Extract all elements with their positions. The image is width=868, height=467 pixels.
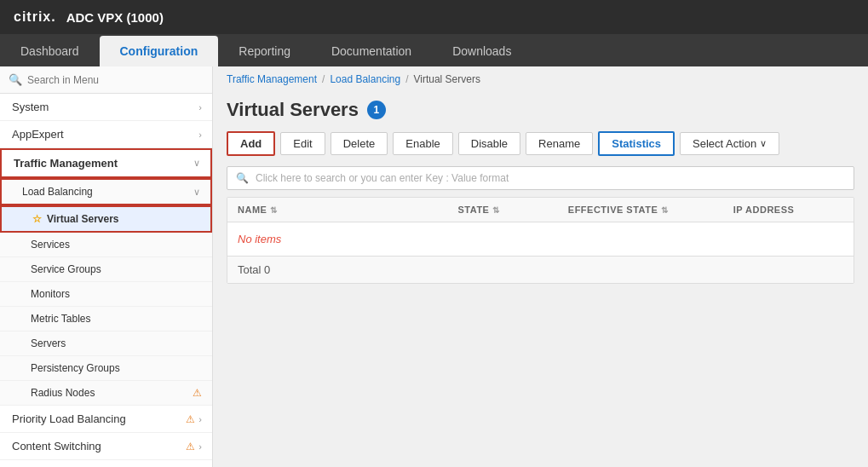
sort-icon: ⇅ [270, 205, 278, 215]
breadcrumb-load-balancing[interactable]: Load Balancing [330, 73, 400, 85]
citrix-wordmark: citrix. [14, 9, 56, 25]
breadcrumb-separator: / [322, 73, 325, 85]
sidebar-item-content-switching[interactable]: Content Switching ⚠ › [0, 433, 212, 460]
toolbar: Add Edit Delete Enable Disable Rename St… [213, 124, 868, 163]
search-input[interactable] [27, 74, 204, 86]
tab-configuration[interactable]: Configuration [100, 36, 219, 66]
select-action-button[interactable]: Select Action ∨ [680, 132, 779, 155]
warning-icon: ⚠ [193, 387, 202, 399]
app-title: ADC VPX (1000) [66, 10, 164, 25]
content-area: Traffic Management / Load Balancing / Vi… [213, 66, 868, 467]
sidebar-item-priority-load-balancing[interactable]: Priority Load Balancing ⚠ › [0, 406, 212, 433]
sidebar-item-system[interactable]: System › [0, 94, 212, 121]
breadcrumb-traffic-management[interactable]: Traffic Management [227, 73, 317, 85]
content-search-bar[interactable]: 🔍 Click here to search or you can enter … [227, 166, 854, 190]
top-header: citrix. ADC VPX (1000) [0, 0, 868, 34]
breadcrumb-separator: / [405, 73, 408, 85]
tab-dashboard[interactable]: Dashboard [0, 36, 100, 66]
column-state: STATE ⇅ [458, 205, 568, 215]
sidebar-item-virtual-servers[interactable]: ☆ Virtual Servers [0, 205, 212, 233]
search-placeholder-text: Click here to search or you can enter Ke… [256, 172, 509, 184]
add-button[interactable]: Add [227, 131, 275, 156]
chevron-right-icon: › [198, 441, 202, 452]
sidebar-item-monitors[interactable]: Monitors [0, 282, 212, 307]
sidebar-search-box[interactable]: 🔍 [0, 66, 212, 94]
page-header: Virtual Servers 1 [213, 92, 868, 124]
chevron-right-icon: › [198, 130, 202, 140]
warning-icon: ⚠ [186, 441, 195, 453]
edit-button[interactable]: Edit [280, 132, 325, 155]
sidebar-item-metric-tables[interactable]: Metric Tables [0, 307, 212, 332]
delete-button[interactable]: Delete [331, 132, 388, 155]
sort-icon: ⇅ [661, 205, 669, 215]
sidebar-item-label: Service Groups [31, 263, 101, 275]
sidebar-item-label: Persistency Groups [31, 362, 120, 374]
sidebar-item-services[interactable]: Services [0, 233, 212, 257]
sidebar-item-label: AppExpert [12, 128, 64, 141]
sidebar-item-label: Priority Load Balancing [12, 412, 126, 425]
sidebar-item-appexpert[interactable]: AppExpert › [0, 121, 212, 148]
sidebar: 🔍 System › AppExpert › Traffic Managemen… [0, 66, 213, 467]
total-label: Total [238, 263, 261, 276]
sort-icon: ⇅ [492, 205, 500, 215]
rename-button[interactable]: Rename [526, 132, 593, 155]
sidebar-item-radius-nodes[interactable]: Radius Nodes ⚠ [0, 381, 212, 406]
breadcrumb-current: Virtual Servers [413, 73, 480, 85]
chevron-right-icon: › [198, 102, 202, 112]
sidebar-item-label: Servers [31, 337, 66, 349]
main-layout: 🔍 System › AppExpert › Traffic Managemen… [0, 66, 868, 467]
count-badge: 1 [367, 101, 386, 119]
sidebar-item-label: Content Switching [12, 440, 101, 453]
table-footer: Total 0 [227, 256, 854, 283]
sidebar-item-label: Load Balancing [22, 186, 93, 198]
citrix-logo: citrix. [14, 9, 56, 25]
page-title: Virtual Servers [227, 99, 359, 121]
sidebar-item-traffic-management[interactable]: Traffic Management ∨ [0, 148, 212, 178]
sidebar-item-label: Services [31, 239, 70, 251]
tab-reporting[interactable]: Reporting [218, 36, 311, 66]
nav-tabs: Dashboard Configuration Reporting Docume… [0, 34, 868, 66]
table-header: NAME ⇅ STATE ⇅ EFFECTIVE STATE ⇅ IP ADDR… [227, 198, 854, 222]
column-ip-address: IP ADDRESS [733, 205, 843, 215]
sidebar-item-label: Metric Tables [31, 313, 90, 325]
total-count-value: 0 [264, 263, 270, 276]
select-action-label: Select Action [693, 137, 756, 150]
warning-icon: ⚠ [186, 413, 195, 425]
chevron-down-icon: ∨ [760, 138, 767, 149]
enable-button[interactable]: Enable [393, 132, 452, 155]
disable-button[interactable]: Disable [458, 132, 520, 155]
search-icon: 🔍 [9, 73, 22, 86]
statistics-button[interactable]: Statistics [598, 131, 675, 156]
search-icon: 🔍 [236, 172, 249, 184]
data-table: NAME ⇅ STATE ⇅ EFFECTIVE STATE ⇅ IP ADDR… [227, 197, 854, 284]
no-items-message: No items [227, 222, 854, 256]
column-effective-state: EFFECTIVE STATE ⇅ [568, 205, 733, 215]
sidebar-item-label: System [12, 101, 49, 113]
sidebar-item-label: Virtual Servers [47, 213, 119, 225]
sidebar-item-persistency-groups[interactable]: Persistency Groups [0, 356, 212, 381]
chevron-down-icon: ∨ [193, 187, 200, 198]
chevron-down-icon: ∨ [193, 158, 200, 169]
breadcrumb: Traffic Management / Load Balancing / Vi… [213, 66, 868, 92]
tab-downloads[interactable]: Downloads [432, 36, 532, 66]
sidebar-item-service-groups[interactable]: Service Groups [0, 257, 212, 282]
sidebar-item-label: Radius Nodes [31, 387, 95, 399]
sidebar-item-load-balancing[interactable]: Load Balancing ∨ [0, 178, 212, 205]
sidebar-item-label: Monitors [31, 288, 70, 300]
star-icon: ☆ [32, 213, 42, 225]
column-name: NAME ⇅ [238, 205, 458, 215]
tab-documentation[interactable]: Documentation [311, 36, 432, 66]
chevron-right-icon: › [198, 414, 202, 424]
sidebar-item-label: Traffic Management [14, 157, 118, 170]
sidebar-item-servers[interactable]: Servers [0, 332, 212, 356]
